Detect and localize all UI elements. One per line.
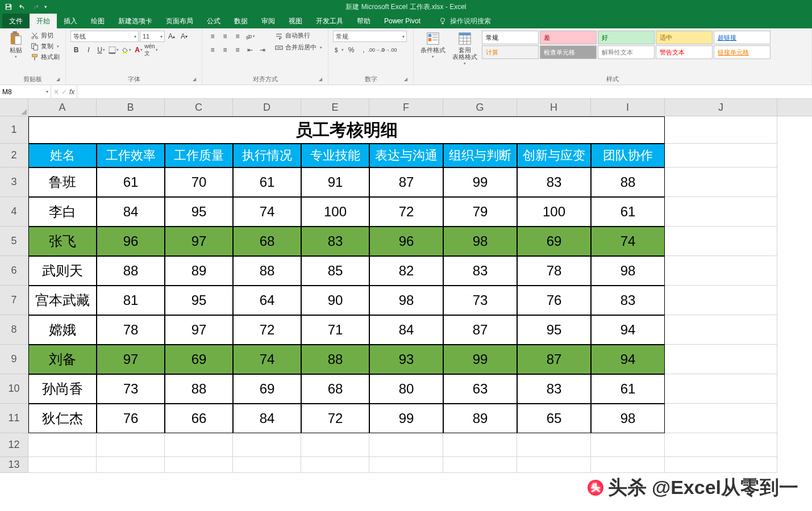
align-launcher[interactable]: ◢: [318, 77, 323, 82]
cell[interactable]: [665, 286, 777, 315]
cancel-formula-icon[interactable]: ✕: [53, 88, 59, 96]
cell[interactable]: 83: [591, 286, 665, 315]
cell[interactable]: 98: [591, 256, 665, 286]
cell[interactable]: 88: [165, 374, 233, 404]
cell[interactable]: 97: [165, 227, 233, 256]
enter-formula-icon[interactable]: ✓: [61, 88, 67, 96]
row-header-10[interactable]: 10: [0, 374, 28, 404]
row-header-13[interactable]: 13: [0, 457, 28, 473]
border-button[interactable]: [108, 44, 119, 56]
bold-button[interactable]: B: [70, 44, 82, 56]
worksheet-grid[interactable]: ABCDEFGHIJ 12345678910111213 员工考核明细姓名工作效…: [0, 99, 812, 511]
style-swatch-1[interactable]: 差: [540, 31, 597, 44]
tab-insert[interactable]: 插入: [57, 14, 84, 28]
cell[interactable]: 78: [97, 315, 165, 345]
cell[interactable]: 91: [301, 167, 369, 197]
cell[interactable]: 64: [233, 286, 301, 315]
merge-center-button[interactable]: 合并后居中▾: [274, 43, 323, 52]
cell[interactable]: 98: [369, 286, 443, 315]
cell[interactable]: 96: [97, 227, 165, 256]
cell[interactable]: 68: [301, 374, 369, 404]
font-name-combo[interactable]: 等线: [70, 31, 139, 42]
cell[interactable]: 61: [591, 374, 665, 404]
style-swatch-7[interactable]: 解释性文本: [598, 45, 655, 59]
cell[interactable]: 组织与判断: [443, 144, 517, 167]
style-swatch-5[interactable]: 计算: [482, 45, 539, 59]
copy-button[interactable]: 复制▾: [30, 41, 61, 51]
cell[interactable]: [233, 433, 301, 457]
cell[interactable]: 81: [97, 286, 165, 315]
cell[interactable]: [665, 116, 777, 144]
cell[interactable]: 鲁班: [28, 167, 97, 197]
cell[interactable]: 100: [517, 197, 591, 227]
cell[interactable]: [443, 433, 517, 457]
format-painter-button[interactable]: 格式刷: [30, 52, 61, 62]
cell[interactable]: 72: [369, 197, 443, 227]
cell[interactable]: 97: [97, 345, 165, 374]
cell[interactable]: 嫦娥: [28, 315, 97, 345]
cell[interactable]: 87: [517, 345, 591, 374]
phonetic-button[interactable]: wén文: [145, 44, 157, 56]
cell[interactable]: [97, 457, 165, 473]
cell[interactable]: 李白: [28, 197, 97, 227]
row-header-2[interactable]: 2: [0, 144, 28, 167]
style-swatch-2[interactable]: 好: [598, 31, 655, 44]
font-launcher[interactable]: ◢: [191, 77, 197, 82]
cut-button[interactable]: 剪切: [30, 31, 61, 40]
orientation-button[interactable]: ab: [244, 31, 256, 42]
style-swatch-9[interactable]: 链接单元格: [714, 45, 771, 59]
cell[interactable]: 99: [443, 345, 517, 374]
col-header-C[interactable]: C: [165, 99, 233, 116]
cell[interactable]: 89: [443, 404, 517, 433]
cell[interactable]: [28, 433, 97, 457]
cell[interactable]: [233, 457, 301, 473]
cell[interactable]: 69: [233, 374, 301, 404]
row-header-9[interactable]: 9: [0, 345, 28, 374]
cell[interactable]: 95: [517, 315, 591, 345]
row-headers[interactable]: 12345678910111213: [0, 116, 28, 473]
row-header-1[interactable]: 1: [0, 116, 28, 144]
cell[interactable]: 66: [165, 404, 233, 433]
cell[interactable]: 99: [369, 404, 443, 433]
cell[interactable]: 张飞: [28, 227, 97, 256]
cell[interactable]: 88: [97, 256, 165, 286]
cell[interactable]: [665, 457, 777, 473]
cell[interactable]: [665, 167, 777, 197]
cell[interactable]: 95: [165, 197, 233, 227]
cell[interactable]: [665, 144, 777, 167]
cell[interactable]: [665, 256, 777, 286]
tab-powerpivot[interactable]: Power Pivot: [377, 14, 427, 28]
cell[interactable]: 61: [97, 167, 165, 197]
row-header-8[interactable]: 8: [0, 315, 28, 345]
col-header-F[interactable]: F: [369, 99, 443, 116]
cell[interactable]: 72: [301, 404, 369, 433]
col-header-J[interactable]: J: [665, 99, 777, 116]
cell[interactable]: [369, 457, 443, 473]
cell[interactable]: 团队协作: [591, 144, 665, 167]
conditional-formatting-button[interactable]: 条件格式▾: [418, 31, 448, 60]
row-header-11[interactable]: 11: [0, 404, 28, 433]
cell[interactable]: 61: [591, 197, 665, 227]
cell[interactable]: 93: [369, 345, 443, 374]
tab-file[interactable]: 文件: [2, 14, 30, 28]
align-middle-button[interactable]: ≡: [219, 31, 231, 42]
cell[interactable]: [301, 433, 369, 457]
tab-review[interactable]: 审阅: [255, 14, 282, 28]
cell[interactable]: 96: [369, 227, 443, 256]
cell[interactable]: 工作效率: [97, 144, 165, 167]
column-headers[interactable]: ABCDEFGHIJ: [28, 99, 812, 116]
cell[interactable]: 99: [443, 167, 517, 197]
cell[interactable]: 执行情况: [233, 144, 301, 167]
select-all-corner[interactable]: [0, 99, 28, 116]
cell[interactable]: 73: [443, 286, 517, 315]
cells-area[interactable]: 员工考核明细姓名工作效率工作质量执行情况专业技能表达与沟通组织与判断创新与应变团…: [28, 116, 812, 473]
cell[interactable]: [665, 433, 777, 457]
cell[interactable]: 70: [165, 167, 233, 197]
percent-button[interactable]: %: [345, 44, 357, 56]
cell[interactable]: 武则天: [28, 256, 97, 286]
style-swatch-0[interactable]: 常规: [482, 31, 539, 44]
row-header-12[interactable]: 12: [0, 433, 28, 457]
tab-data[interactable]: 数据: [227, 14, 255, 28]
paste-button[interactable]: 粘贴 ▾: [5, 31, 27, 60]
font-size-combo[interactable]: 11: [140, 31, 165, 42]
